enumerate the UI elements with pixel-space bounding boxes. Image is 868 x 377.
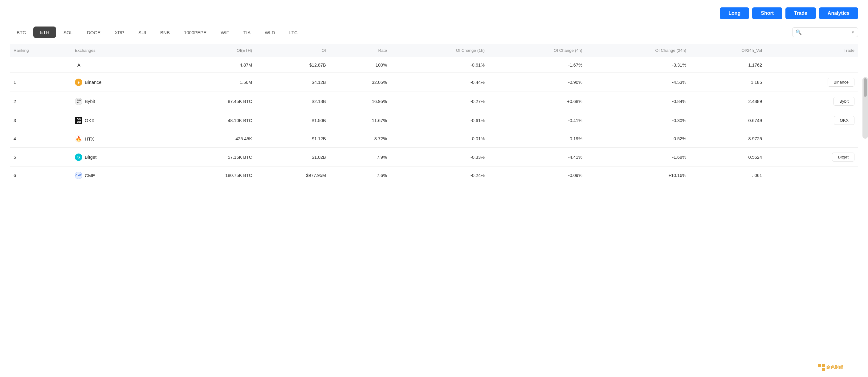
col-oi-4h: OI Change (4h) — [488, 44, 586, 57]
cell-oi: $4.12B — [256, 73, 330, 92]
cell-oi-24h: -0.84% — [586, 92, 690, 111]
asset-tabs: BTC ETH SOL DOGE XRP SUI BNB 1000PEPE WI… — [10, 27, 858, 38]
search-area: 🔍 ▼ — [792, 27, 858, 37]
cell-oi-eth: 87.45K BTC — [163, 92, 256, 111]
cell-oi-4h: +0.68% — [488, 92, 586, 111]
cell-trade: Bitget — [766, 148, 858, 167]
cell-oi-eth: 425.45K — [163, 130, 256, 148]
cell-oi-eth: 48.10K BTC — [163, 111, 256, 130]
scrollbar[interactable] — [863, 77, 868, 139]
trade-link-okx[interactable]: OKX — [834, 116, 855, 125]
tab-eth[interactable]: ETH — [33, 27, 56, 38]
cell-oi-4h: -4.41% — [488, 148, 586, 167]
col-oi-vol: OI/24h_Vol — [690, 44, 766, 57]
watermark: 金色财经 — [818, 364, 843, 371]
table-row: 6 CME CME 180.75K BTC $977.95M 7.6% -0.2… — [10, 167, 858, 184]
cell-oi: $1.12B — [256, 130, 330, 148]
tab-1000pepe[interactable]: 1000PEPE — [177, 27, 213, 38]
search-box[interactable]: 🔍 ▼ — [792, 27, 858, 37]
cell-exchange: BYBBIT Bybit — [71, 92, 163, 111]
cell-oi-eth: 1.56M — [163, 73, 256, 92]
cell-oi: $2.18B — [256, 92, 330, 111]
cell-rate: 11.67% — [330, 111, 391, 130]
cell-oi: $1.02B — [256, 148, 330, 167]
cell-oi-eth: 57.15K BTC — [163, 148, 256, 167]
tab-bnb[interactable]: BNB — [153, 27, 177, 38]
cell-oi-1h: -0.61% — [391, 111, 488, 130]
cell-exchange: ✕✕✕✕ OKX — [71, 111, 163, 130]
cell-trade: OKX — [766, 111, 858, 130]
exchange-name: Binance — [85, 80, 101, 85]
cell-rate: 8.72% — [330, 130, 391, 148]
exchange-name: HTX — [85, 136, 94, 142]
cell-oi-1h: -0.61% — [391, 57, 488, 73]
cell-ranking: 1 — [10, 73, 71, 92]
table-header-row: Ranking Exchanges OI(ETH) OI Rate OI Cha… — [10, 44, 858, 57]
tab-wld[interactable]: WLD — [258, 27, 282, 38]
long-button[interactable]: Long — [720, 7, 749, 19]
cell-oi-24h: -0.52% — [586, 130, 690, 148]
trade-button[interactable]: Trade — [785, 7, 816, 19]
cell-exchange: All — [71, 57, 163, 73]
table-row: 3 ✕✕✕✕ OKX 48.10K BTC $1.50B 11.67% -0.6… — [10, 111, 858, 130]
col-ranking: Ranking — [10, 44, 71, 57]
cell-oi-1h: -0.24% — [391, 167, 488, 184]
tab-sui[interactable]: SUI — [131, 27, 153, 38]
table-row: 4 🔥 HTX 425.45K $1.12B 8.72% -0.01% -0.1… — [10, 130, 858, 148]
chevron-down-icon[interactable]: ▼ — [851, 30, 855, 34]
cell-exchange: 🔥 HTX — [71, 130, 163, 148]
cell-oi: $977.95M — [256, 167, 330, 184]
cell-oi: $12.87B — [256, 57, 330, 73]
cell-rate: 16.95% — [330, 92, 391, 111]
scrollbar-thumb[interactable] — [864, 78, 867, 97]
tab-sol[interactable]: SOL — [57, 27, 80, 38]
cell-oi-4h: -0.41% — [488, 111, 586, 130]
cell-trade: Binance — [766, 73, 858, 92]
search-input[interactable] — [804, 30, 847, 35]
cell-oi-4h: -0.90% — [488, 73, 586, 92]
cell-oi-vol: 1.1762 — [690, 57, 766, 73]
col-oi-24h: OI Change (24h) — [586, 44, 690, 57]
cell-ranking — [10, 57, 71, 73]
cell-oi: $1.50B — [256, 111, 330, 130]
exchange-name: All — [78, 62, 83, 67]
analytics-button[interactable]: Analytics — [819, 7, 858, 19]
cell-exchange: ♦ Binance — [71, 73, 163, 92]
tab-wif[interactable]: WIF — [214, 27, 236, 38]
col-trade: Trade — [766, 44, 858, 57]
exchange-name: CME — [85, 173, 95, 178]
table-row: All 4.87M $12.87B 100% -0.61% -1.67% -3.… — [10, 57, 858, 73]
cell-oi-1h: -0.33% — [391, 148, 488, 167]
oi-table: Ranking Exchanges OI(ETH) OI Rate OI Cha… — [10, 44, 858, 184]
cell-ranking: 2 — [10, 92, 71, 111]
tab-doge[interactable]: DOGE — [80, 27, 107, 38]
cell-exchange: S Bitget — [71, 148, 163, 167]
cell-trade: Bybit — [766, 92, 858, 111]
cell-rate: 7.6% — [330, 167, 391, 184]
trade-link-bybit[interactable]: Bybit — [834, 97, 855, 106]
cell-oi-vol: 0.6749 — [690, 111, 766, 130]
cell-oi-1h: -0.01% — [391, 130, 488, 148]
page-header: Long Short Trade Analytics — [10, 7, 858, 19]
cell-oi-eth: 4.87M — [163, 57, 256, 73]
trade-link-bitget[interactable]: Bitget — [832, 153, 855, 162]
col-oi-1h: OI Change (1h) — [391, 44, 488, 57]
cell-oi-4h: -0.09% — [488, 167, 586, 184]
cell-oi-24h: -4.53% — [586, 73, 690, 92]
table-row: 2 BYBBIT Bybit 87.45K BTC $2.18B 16.95% … — [10, 92, 858, 111]
cell-oi-1h: -0.27% — [391, 92, 488, 111]
trade-link-binance[interactable]: Binance — [828, 78, 855, 87]
tab-btc[interactable]: BTC — [10, 27, 33, 38]
col-oi: OI — [256, 44, 330, 57]
cell-rate: 32.05% — [330, 73, 391, 92]
tab-ltc[interactable]: LTC — [282, 27, 304, 38]
tab-xrp[interactable]: XRP — [108, 27, 131, 38]
cell-oi-vol: 2.4889 — [690, 92, 766, 111]
cell-oi-24h: -3.31% — [586, 57, 690, 73]
search-icon: 🔍 — [796, 29, 802, 35]
exchange-name: Bitget — [85, 154, 96, 160]
cell-oi-eth: 180.75K BTC — [163, 167, 256, 184]
tab-tia[interactable]: TIA — [237, 27, 257, 38]
cell-trade — [766, 167, 858, 184]
short-button[interactable]: Short — [752, 7, 782, 19]
